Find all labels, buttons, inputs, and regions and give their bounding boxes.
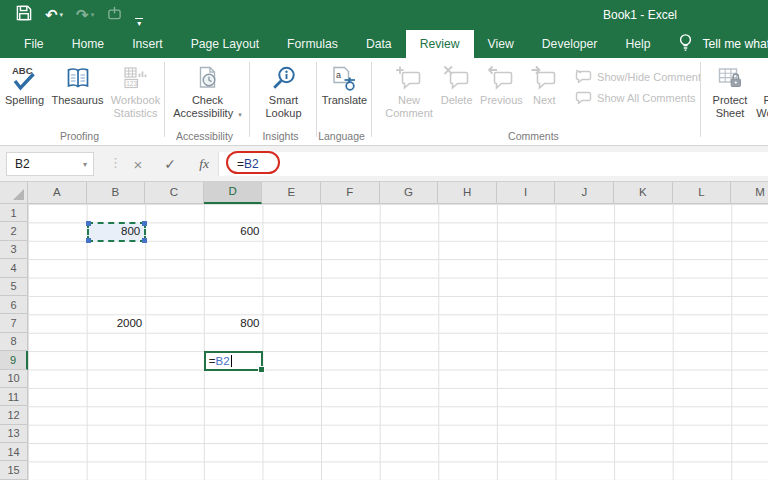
select-all-corner[interactable] <box>0 182 28 204</box>
tab-home[interactable]: Home <box>58 30 119 58</box>
row-header-6[interactable]: 6 <box>0 296 28 314</box>
tab-formulas[interactable]: Formulas <box>273 30 352 58</box>
tell-me-box[interactable]: Tell me what you want to do <box>678 30 768 58</box>
customize-quick-access-toolbar-button[interactable]: ▾ <box>135 5 143 26</box>
group-label-insights: Insights <box>250 130 311 142</box>
row-header-13[interactable]: 13 <box>0 425 28 443</box>
row-header-2[interactable]: 2 <box>0 222 28 240</box>
cell-D2[interactable]: 600 <box>204 222 264 241</box>
cell-D9-editing[interactable]: =B2 <box>204 351 264 370</box>
column-header-E[interactable]: E <box>262 182 321 204</box>
tab-help[interactable]: Help <box>611 30 664 58</box>
row-header-1[interactable]: 1 <box>0 204 28 222</box>
customize-qat-icon: ▾ <box>135 5 143 26</box>
spelling-button[interactable]: ABCSpelling <box>1 61 49 107</box>
row-header-4[interactable]: 4 <box>0 259 28 277</box>
tab-page-layout[interactable]: Page Layout <box>177 30 273 58</box>
tab-developer[interactable]: Developer <box>528 30 612 58</box>
tab-view[interactable]: View <box>474 30 528 58</box>
column-header-M[interactable]: M <box>731 182 768 204</box>
group-label-language: Language <box>317 130 366 142</box>
cell-B2[interactable]: 800 <box>87 222 147 241</box>
column-header-J[interactable]: J <box>555 182 614 204</box>
cells-area[interactable]: 8006002000800=B2 <box>28 204 768 480</box>
cell-D7[interactable]: 800 <box>204 314 264 333</box>
ribbon-group-protect: Protect SheetProtect Workbook <box>701 58 768 145</box>
column-header-L[interactable]: L <box>673 182 732 204</box>
tab-file[interactable]: File <box>10 30 58 58</box>
row-header-15[interactable]: 15 <box>0 461 28 479</box>
ribbon-tabs: FileHomeInsertPage LayoutFormulasDataRev… <box>10 30 664 58</box>
smart-lookup-icon <box>271 63 297 94</box>
tell-me-label: Tell me what you want to do <box>702 37 768 51</box>
row-header-12[interactable]: 12 <box>0 406 28 424</box>
protect-workbook-button[interactable]: Protect Workbook <box>755 61 768 120</box>
spelling-icon: ABC <box>11 63 38 94</box>
column-header-K[interactable]: K <box>614 182 673 204</box>
name-box[interactable]: B2 ▾ <box>6 152 94 176</box>
name-box-value: B2 <box>15 157 30 171</box>
column-header-A[interactable]: A <box>28 182 87 204</box>
undo-icon: ↶ <box>45 6 58 24</box>
dropdown-arrow-icon: ▾ <box>60 11 64 19</box>
column-header-H[interactable]: H <box>438 182 497 204</box>
row-header-5[interactable]: 5 <box>0 278 28 296</box>
formula-text-reference: B2 <box>244 157 259 171</box>
svg-text:a: a <box>336 70 341 80</box>
ribbon-group-insights: Smart LookupInsights <box>250 58 317 145</box>
save-icon <box>16 5 32 25</box>
ribbon-group-accessibility: Check Accessibility ▾Accessibility <box>165 58 250 145</box>
thesaurus-button[interactable]: Thesaurus <box>49 61 107 107</box>
tab-review[interactable]: Review <box>406 30 474 58</box>
column-header-G[interactable]: G <box>380 182 439 204</box>
cancel-button[interactable]: × <box>126 152 150 176</box>
ribbon-tab-bar: FileHomeInsertPage LayoutFormulasDataRev… <box>0 30 768 58</box>
title-bar: ↶▾↷▾▾ Book1 - Excel <box>0 0 768 30</box>
insert-function-button[interactable]: fx <box>192 152 216 176</box>
save-button[interactable] <box>16 5 32 25</box>
reference-handle[interactable] <box>86 221 91 226</box>
tab-insert[interactable]: Insert <box>118 30 176 58</box>
row-header-10[interactable]: 10 <box>0 370 28 388</box>
row-header-14[interactable]: 14 <box>0 443 28 461</box>
column-header-F[interactable]: F <box>321 182 380 204</box>
previous-button: Previous <box>477 61 526 107</box>
reference-handle[interactable] <box>86 238 91 243</box>
fill-handle[interactable] <box>258 366 265 373</box>
lightbulb-icon <box>678 33 693 55</box>
translate-button[interactable]: aTranslate <box>319 61 371 107</box>
column-headers: ABCDEFGHIJKLM <box>28 182 768 204</box>
row-header-7[interactable]: 7 <box>0 314 28 332</box>
tab-data[interactable]: Data <box>352 30 406 58</box>
touch-mode-button <box>107 5 122 25</box>
row-header-11[interactable]: 11 <box>0 388 28 406</box>
row-headers: 123456789101112131415 <box>0 204 28 480</box>
ribbon-group-language: aTranslateLanguage <box>317 58 372 145</box>
undo-button[interactable]: ↶▾ <box>45 6 63 24</box>
svg-text:ABC: ABC <box>12 65 33 76</box>
next-comment-icon <box>530 63 558 94</box>
reference-handle[interactable] <box>142 221 147 226</box>
name-box-dropdown-icon[interactable]: ▾ <box>83 160 87 169</box>
column-header-I[interactable]: I <box>497 182 556 204</box>
row-header-3[interactable]: 3 <box>0 241 28 259</box>
enter-button[interactable]: ✓ <box>158 152 182 176</box>
reference-handle[interactable] <box>142 238 147 243</box>
smart-lookup-button[interactable]: Smart Lookup <box>257 61 311 120</box>
column-header-C[interactable]: C <box>145 182 204 204</box>
column-header-B[interactable]: B <box>87 182 146 204</box>
show-hide-comment-button: Show/Hide Comment <box>575 69 701 85</box>
spreadsheet-grid: ABCDEFGHIJKLM 123456789101112131415 8006… <box>0 182 768 480</box>
ribbon-group-comments: New CommentDeletePreviousNextShow/Hide C… <box>372 58 701 145</box>
ribbon-group-proofing: ABCSpellingThesaurus123Workbook Statisti… <box>0 58 165 145</box>
protect-sheet-button[interactable]: Protect Sheet <box>705 61 755 120</box>
formula-bar-separator: ⋮ <box>109 155 122 170</box>
cell-B7[interactable]: 2000 <box>87 314 147 333</box>
formula-input[interactable]: =B2 <box>218 152 768 176</box>
row-header-9[interactable]: 9 <box>0 351 28 369</box>
column-header-D[interactable]: D <box>204 182 263 204</box>
previous-comment-icon <box>487 63 515 94</box>
row-header-8[interactable]: 8 <box>0 333 28 351</box>
svg-text:123: 123 <box>126 80 137 87</box>
check-accessibility-button[interactable]: Check Accessibility ▾ <box>171 61 245 121</box>
